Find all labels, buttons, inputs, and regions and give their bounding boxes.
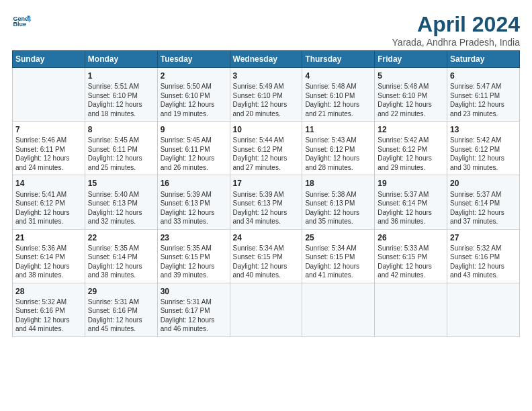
cell-info: Daylight: 12 hours bbox=[88, 262, 154, 271]
cell-info: Sunrise: 5:45 AM bbox=[88, 136, 154, 145]
day-number: 24 bbox=[233, 232, 300, 243]
day-cell: 3Sunrise: 5:49 AMSunset: 6:10 PMDaylight… bbox=[230, 68, 302, 122]
cell-info: and 29 minutes. bbox=[378, 163, 444, 173]
day-cell: 1Sunrise: 5:51 AMSunset: 6:10 PMDaylight… bbox=[85, 68, 157, 122]
day-cell: 7Sunrise: 5:46 AMSunset: 6:11 PMDaylight… bbox=[13, 122, 85, 175]
cell-info: and 45 minutes. bbox=[88, 324, 154, 334]
day-cell: 8Sunrise: 5:45 AMSunset: 6:11 PMDaylight… bbox=[85, 122, 157, 175]
cell-info: Sunset: 6:15 PM bbox=[305, 253, 371, 262]
day-cell: 19Sunrise: 5:37 AMSunset: 6:14 PMDayligh… bbox=[375, 175, 447, 229]
day-number: 20 bbox=[450, 178, 517, 189]
day-cell: 21Sunrise: 5:36 AMSunset: 6:14 PMDayligh… bbox=[13, 229, 85, 283]
day-cell: 5Sunrise: 5:48 AMSunset: 6:10 PMDaylight… bbox=[375, 68, 447, 122]
cell-info: Sunrise: 5:46 AM bbox=[15, 136, 82, 145]
day-number: 7 bbox=[15, 124, 82, 135]
cell-info: Sunset: 6:14 PM bbox=[450, 199, 517, 208]
cell-info: Daylight: 12 hours bbox=[233, 100, 300, 109]
cell-info: Daylight: 12 hours bbox=[88, 316, 154, 325]
day-cell: 24Sunrise: 5:34 AMSunset: 6:15 PMDayligh… bbox=[230, 229, 302, 283]
cell-info: Sunrise: 5:42 AM bbox=[378, 136, 444, 145]
cell-info: Daylight: 12 hours bbox=[233, 154, 300, 163]
day-number: 26 bbox=[378, 232, 444, 243]
cell-info: and 23 minutes. bbox=[450, 109, 517, 119]
week-row-2: 7Sunrise: 5:46 AMSunset: 6:11 PMDaylight… bbox=[13, 122, 520, 175]
day-number: 22 bbox=[88, 232, 154, 243]
cell-info: Sunrise: 5:38 AM bbox=[305, 190, 371, 199]
cell-info: and 20 minutes. bbox=[233, 109, 300, 119]
cell-info: Daylight: 12 hours bbox=[161, 316, 227, 325]
day-cell: 9Sunrise: 5:45 AMSunset: 6:11 PMDaylight… bbox=[157, 122, 230, 175]
logo-icon: General Blue bbox=[12, 12, 31, 31]
cell-info: Sunrise: 5:34 AM bbox=[305, 244, 371, 253]
svg-text:Blue: Blue bbox=[13, 21, 26, 28]
cell-info: and 33 minutes. bbox=[161, 217, 227, 226]
cell-info: Daylight: 12 hours bbox=[450, 262, 517, 271]
week-row-3: 14Sunrise: 5:41 AMSunset: 6:12 PMDayligh… bbox=[13, 175, 520, 229]
day-cell: 14Sunrise: 5:41 AMSunset: 6:12 PMDayligh… bbox=[13, 175, 85, 229]
day-cell: 16Sunrise: 5:39 AMSunset: 6:13 PMDayligh… bbox=[157, 175, 230, 229]
cell-info: Daylight: 12 hours bbox=[88, 100, 154, 109]
cell-info: Sunset: 6:11 PM bbox=[161, 145, 227, 154]
cell-info: Sunrise: 5:51 AM bbox=[88, 82, 154, 91]
day-number: 28 bbox=[15, 286, 82, 297]
day-number: 2 bbox=[161, 71, 227, 81]
day-number: 18 bbox=[305, 178, 371, 189]
cell-info: Sunrise: 5:48 AM bbox=[378, 82, 444, 91]
cell-info: Sunrise: 5:37 AM bbox=[378, 190, 444, 199]
cell-info: Sunrise: 5:48 AM bbox=[305, 82, 371, 91]
cell-info: Daylight: 12 hours bbox=[305, 208, 371, 218]
week-row-4: 21Sunrise: 5:36 AMSunset: 6:14 PMDayligh… bbox=[13, 229, 520, 283]
title-block: April 2024 Yarada, Andhra Pradesh, India bbox=[392, 12, 520, 48]
cell-info: Sunrise: 5:36 AM bbox=[15, 244, 82, 253]
col-header-friday: Friday bbox=[375, 51, 447, 68]
cell-info: Sunset: 6:10 PM bbox=[88, 91, 154, 101]
day-cell: 22Sunrise: 5:35 AMSunset: 6:14 PMDayligh… bbox=[85, 229, 157, 283]
cell-info: Sunrise: 5:40 AM bbox=[88, 190, 154, 199]
cell-info: and 41 minutes. bbox=[305, 271, 371, 280]
week-row-1: 1Sunrise: 5:51 AMSunset: 6:10 PMDaylight… bbox=[13, 68, 520, 122]
cell-info: Sunrise: 5:34 AM bbox=[233, 244, 300, 253]
cell-info: and 31 minutes. bbox=[15, 217, 82, 226]
col-header-wednesday: Wednesday bbox=[230, 51, 302, 68]
cell-info: Daylight: 12 hours bbox=[233, 208, 300, 218]
day-cell: 13Sunrise: 5:42 AMSunset: 6:12 PMDayligh… bbox=[447, 122, 520, 175]
cell-info: Daylight: 12 hours bbox=[450, 100, 517, 109]
cell-info: Sunset: 6:14 PM bbox=[88, 253, 154, 262]
day-number: 30 bbox=[161, 286, 227, 297]
day-number: 4 bbox=[305, 71, 371, 81]
cell-info: and 37 minutes. bbox=[450, 217, 517, 226]
cell-info: Daylight: 12 hours bbox=[450, 154, 517, 163]
cell-info: Sunrise: 5:37 AM bbox=[450, 190, 517, 199]
cell-info: Daylight: 12 hours bbox=[15, 154, 82, 163]
day-number: 11 bbox=[305, 124, 371, 135]
cell-info: Sunrise: 5:45 AM bbox=[161, 136, 227, 145]
cell-info: Sunrise: 5:33 AM bbox=[378, 244, 444, 253]
cell-info: Sunrise: 5:47 AM bbox=[450, 82, 517, 91]
day-number: 16 bbox=[161, 178, 227, 189]
cell-info: and 42 minutes. bbox=[378, 271, 444, 280]
day-number: 21 bbox=[15, 232, 82, 243]
cell-info: Sunset: 6:10 PM bbox=[305, 91, 371, 101]
cell-info: and 38 minutes. bbox=[88, 271, 154, 280]
day-number: 27 bbox=[450, 232, 517, 243]
cell-info: Daylight: 12 hours bbox=[15, 316, 82, 325]
cell-info: and 27 minutes. bbox=[233, 163, 300, 173]
cell-info: and 25 minutes. bbox=[88, 163, 154, 173]
cell-info: and 40 minutes. bbox=[233, 271, 300, 280]
cell-info: Sunset: 6:13 PM bbox=[305, 199, 371, 208]
cell-info: Daylight: 12 hours bbox=[378, 100, 444, 109]
cell-info: and 34 minutes. bbox=[233, 217, 300, 226]
cell-info: Sunset: 6:14 PM bbox=[15, 253, 82, 262]
cell-info: Sunrise: 5:42 AM bbox=[450, 136, 517, 145]
day-cell bbox=[302, 283, 375, 336]
calendar-table: SundayMondayTuesdayWednesdayThursdayFrid… bbox=[12, 50, 520, 337]
cell-info: Sunset: 6:12 PM bbox=[450, 145, 517, 154]
day-cell: 11Sunrise: 5:43 AMSunset: 6:12 PMDayligh… bbox=[302, 122, 375, 175]
day-number: 15 bbox=[88, 178, 154, 189]
cell-info: Sunset: 6:13 PM bbox=[233, 199, 300, 208]
cell-info: Daylight: 12 hours bbox=[15, 208, 82, 218]
cell-info: Sunset: 6:12 PM bbox=[305, 145, 371, 154]
cell-info: Daylight: 12 hours bbox=[161, 154, 227, 163]
cell-info: Sunrise: 5:43 AM bbox=[305, 136, 371, 145]
header-row: SundayMondayTuesdayWednesdayThursdayFrid… bbox=[13, 51, 520, 68]
